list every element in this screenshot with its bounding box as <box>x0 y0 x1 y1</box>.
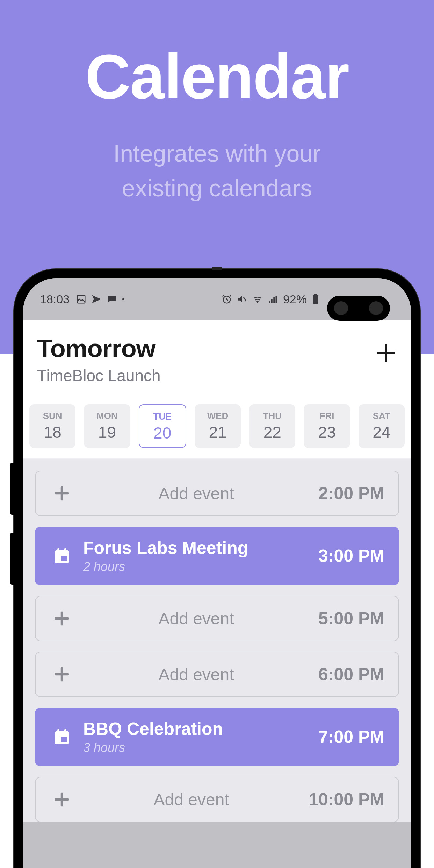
svg-rect-12 <box>61 556 67 561</box>
add-event-row[interactable]: Add event 6:00 PM <box>35 652 399 697</box>
add-event-label: Add event <box>74 609 318 628</box>
add-event-label: Add event <box>74 665 318 684</box>
chat-icon <box>107 294 117 304</box>
svg-rect-5 <box>271 299 273 303</box>
calendar-icon <box>50 546 74 566</box>
svg-rect-9 <box>314 294 317 295</box>
day-label: SUN <box>29 411 75 421</box>
phone-frame: 18:03 • <box>14 269 420 868</box>
slot-time: 2:00 PM <box>318 483 384 504</box>
signal-icon <box>268 294 278 304</box>
event-duration: 3 hours <box>83 740 318 755</box>
add-event-label: Add event <box>74 790 309 809</box>
day-number: 20 <box>139 424 186 442</box>
page-subtitle: TimeBloc Launch <box>37 366 375 385</box>
day-number: 21 <box>195 423 241 442</box>
svg-rect-7 <box>275 296 277 303</box>
event-time: 3:00 PM <box>318 546 384 566</box>
day-label: WED <box>195 411 241 421</box>
status-time: 18:03 <box>40 292 70 306</box>
event-title: Forus Labs Meeting <box>83 538 318 558</box>
wifi-icon <box>252 294 263 304</box>
day-sun[interactable]: SUN 18 <box>29 404 75 448</box>
day-label: SAT <box>359 411 405 421</box>
day-number: 24 <box>359 423 405 442</box>
send-icon <box>91 294 102 304</box>
add-event-row[interactable]: Add event 2:00 PM <box>35 471 399 516</box>
svg-rect-14 <box>64 548 66 552</box>
event-row[interactable]: BBQ Celebration 3 hours 7:00 PM <box>35 708 399 766</box>
marketing-title: Calendar <box>0 40 434 113</box>
day-number: 23 <box>304 423 350 442</box>
svg-rect-17 <box>57 729 59 733</box>
add-event-label: Add event <box>74 484 318 503</box>
svg-line-2 <box>244 297 246 302</box>
week-selector: SUN 18 MON 19 TUE 20 WED 21 THU 22 <box>23 396 411 459</box>
svg-rect-4 <box>269 301 270 303</box>
day-label: TUE <box>139 411 186 422</box>
marketing-subtitle-line1: Integrates with your <box>113 140 320 167</box>
slot-time: 5:00 PM <box>318 608 384 629</box>
event-title: BBQ Celebration <box>83 719 318 739</box>
dot-icon: • <box>122 295 124 303</box>
marketing-subtitle: Integrates with your existing calendars <box>0 136 434 205</box>
svg-rect-8 <box>313 295 318 304</box>
day-sat[interactable]: SAT 24 <box>359 404 405 448</box>
events-list: Add event 2:00 PM Forus Labs Meeting 2 h… <box>23 459 411 822</box>
day-number: 19 <box>84 423 130 442</box>
day-label: FRI <box>304 411 350 421</box>
event-time: 7:00 PM <box>318 727 384 747</box>
plus-icon <box>50 484 74 502</box>
camera-cutout <box>327 296 390 321</box>
day-number: 22 <box>249 423 295 442</box>
page-title: Tomorrow <box>37 334 375 363</box>
add-event-row[interactable]: Add event 5:00 PM <box>35 596 399 641</box>
day-tue[interactable]: TUE 20 <box>139 404 186 448</box>
svg-rect-0 <box>77 295 85 303</box>
add-event-row[interactable]: Add event 10:00 PM <box>35 777 399 822</box>
plus-icon <box>50 665 74 683</box>
plus-icon <box>50 790 74 809</box>
svg-point-3 <box>257 302 258 303</box>
svg-rect-13 <box>57 548 59 552</box>
plus-icon <box>375 342 397 364</box>
add-button[interactable] <box>375 334 397 368</box>
day-thu[interactable]: THU 22 <box>249 404 295 448</box>
battery-percent: 92% <box>283 292 307 306</box>
day-mon[interactable]: MON 19 <box>84 404 130 448</box>
svg-rect-16 <box>61 737 67 742</box>
svg-rect-6 <box>273 297 275 303</box>
day-number: 18 <box>29 423 75 442</box>
plus-icon <box>50 609 74 628</box>
marketing-subtitle-line2: existing calendars <box>122 175 312 201</box>
alarm-icon <box>222 294 232 304</box>
day-wed[interactable]: WED 21 <box>195 404 241 448</box>
slot-time: 6:00 PM <box>318 664 384 685</box>
image-icon <box>76 294 86 304</box>
day-label: MON <box>84 411 130 421</box>
battery-icon <box>312 294 319 305</box>
event-duration: 2 hours <box>83 559 318 574</box>
calendar-icon <box>50 727 74 747</box>
event-row[interactable]: Forus Labs Meeting 2 hours 3:00 PM <box>35 527 399 585</box>
day-fri[interactable]: FRI 23 <box>304 404 350 448</box>
mute-icon <box>237 294 247 304</box>
svg-rect-18 <box>64 729 66 733</box>
day-label: THU <box>249 411 295 421</box>
app-header: Tomorrow TimeBloc Launch <box>23 320 411 396</box>
slot-time: 10:00 PM <box>309 789 384 810</box>
